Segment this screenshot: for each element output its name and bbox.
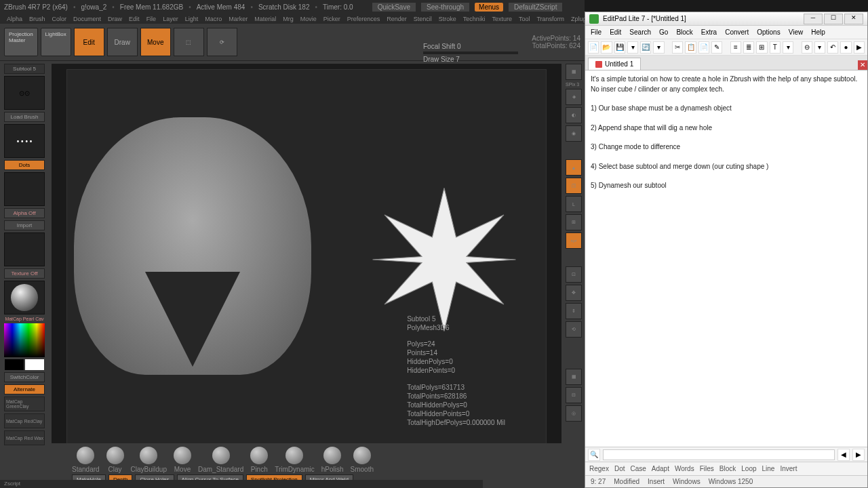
close-icon[interactable]: ✕ — [844, 14, 863, 24]
new-icon[interactable]: 📄 — [588, 41, 599, 54]
move-view-button[interactable]: ✥ — [566, 285, 582, 301]
zbrush-menubar: AlphaBrushColorDocumentDrawEditFileLayer… — [0, 14, 585, 24]
left-tray: Subtool 5 ⊙⊙ Load Brush • • • • Dots Alp… — [0, 61, 49, 488]
editor-textarea[interactable]: It's a simple tutorial on how to create … — [585, 70, 867, 447]
editpad-toolbar: 📄 📂 💾 ▾ 🔄 ▾ ✂ 📋 📄 ✎ ≡ ≣ ⊞ T ▾ ⊖ ▾ ↶ ● ▶ — [585, 39, 867, 56]
editpad-menubar: FileEditSearchGoBlockExtraConvertOptions… — [585, 26, 867, 39]
rotate-button[interactable]: ⟳ — [207, 28, 237, 56]
zbrush-toolbar: Projection Master LightBox Edit Draw Mov… — [0, 24, 585, 61]
search-icon[interactable]: 🔍 — [588, 449, 600, 461]
cut-icon[interactable]: ✂ — [672, 41, 683, 54]
brush-smooth[interactable]: Smooth — [351, 447, 374, 473]
transpose-icon[interactable]: ⊙⊙ — [4, 76, 45, 110]
subtool-indicator: Subtool 5 — [4, 64, 45, 74]
close-tab-icon[interactable]: ✕ — [858, 60, 867, 70]
menus-toggle[interactable]: Menus — [475, 3, 503, 12]
edit-mode-button[interactable]: Edit — [74, 28, 104, 56]
editpad-app-icon — [589, 14, 599, 24]
persp-button[interactable]: ▲ — [566, 159, 582, 176]
brush-standard[interactable]: Standard — [72, 447, 100, 473]
local-button[interactable]: L — [566, 196, 582, 212]
brush-pinch[interactable]: Pinch — [250, 447, 268, 473]
draw-size-slider[interactable]: Draw Size 7 — [423, 56, 518, 63]
zbrush-titlebar: ZBrush 4R7 P2 (x64)• g!owa_2• Free Mem 1… — [0, 0, 585, 14]
brush-hpolish[interactable]: hPolish — [321, 447, 344, 473]
search-input[interactable] — [603, 449, 835, 460]
save-icon[interactable]: 💾 — [614, 41, 625, 54]
mesh-info-overlay: Subtool 5 PolyMesh3D6 Polys=24 Points=14… — [407, 314, 505, 427]
file-icon — [595, 61, 602, 68]
lightbox-button[interactable]: LightBox — [41, 28, 71, 56]
brush-move[interactable]: Move — [174, 447, 191, 473]
editpad-window: EditPad Lite 7 - [*Untitled 1] ─ ☐ ✕ Fil… — [585, 12, 868, 488]
alpha-slot[interactable] — [4, 172, 45, 206]
bpr-button[interactable]: ▦ — [566, 64, 582, 80]
brush-damstandard[interactable]: Dam_Standard — [198, 447, 243, 473]
color-picker[interactable] — [4, 323, 45, 357]
svg-marker-0 — [372, 188, 515, 331]
brush-clay[interactable]: Clay — [106, 447, 124, 473]
copy-icon[interactable]: 📋 — [685, 41, 696, 54]
rotate-view-button[interactable]: ⟲ — [566, 321, 582, 338]
frame-button[interactable]: ⊡ — [566, 266, 582, 283]
editpad-titlebar[interactable]: EditPad Lite 7 - [*Untitled 1] ─ ☐ ✕ — [585, 12, 867, 26]
focal-shift-slider[interactable]: Focal Shift 0 — [423, 43, 518, 50]
load-brush-button[interactable]: Load Brush — [4, 112, 45, 122]
draw-mode-button[interactable]: Draw — [107, 28, 138, 56]
editor-tab[interactable]: Untitled 1 — [588, 58, 641, 70]
paste-icon[interactable]: 📄 — [698, 41, 709, 54]
brush-claybuildup[interactable]: ClayBuildup — [131, 447, 167, 473]
search-bar: 🔍 ◀ ▶ — [585, 447, 867, 462]
quicksave-button[interactable]: QuickSave — [372, 3, 416, 12]
stroke-dots[interactable]: Dots — [4, 160, 45, 170]
floor-button[interactable]: ◫ — [566, 178, 582, 194]
import-button[interactable]: Import — [4, 220, 45, 230]
open-icon[interactable]: 📂 — [601, 41, 612, 54]
xyz-button[interactable]: xyz — [566, 232, 582, 249]
statusbar: 9: 27 Modified Insert Windows Windows 12… — [585, 475, 867, 487]
scale-view-button[interactable]: ⇕ — [566, 303, 582, 319]
move-mode-button[interactable]: Move — [140, 28, 171, 56]
viewport[interactable]: Subtool 5 PolyMesh3D6 Polys=24 Points=14… — [52, 64, 561, 485]
brush-trimdynamic[interactable]: TrimDynamic — [275, 447, 315, 473]
switch-color-button[interactable]: SwitchColor — [4, 372, 45, 382]
brush-preview[interactable]: • • • • — [4, 124, 45, 158]
texture-slot[interactable] — [4, 232, 45, 266]
minimize-icon[interactable]: ─ — [804, 14, 823, 24]
right-shelf: ▦ SPix 3 ◈ ◐ ◉ ▲ ◫ L ⊞ xyz ⊡ ✥ ⇕ ⟲ ▦ ⊟ ◎ — [564, 61, 585, 488]
seethrough-button[interactable]: See-through — [421, 3, 469, 12]
alternate-button[interactable]: Alternate — [4, 384, 45, 394]
star-subtool[interactable] — [370, 185, 519, 334]
zscript-bar: Zscript — [0, 480, 483, 488]
projection-master-button[interactable]: Projection Master — [4, 28, 38, 56]
maximize-icon[interactable]: ☐ — [824, 14, 843, 24]
material-preview[interactable] — [4, 281, 45, 314]
scale-button[interactable]: ⬚ — [174, 28, 204, 56]
